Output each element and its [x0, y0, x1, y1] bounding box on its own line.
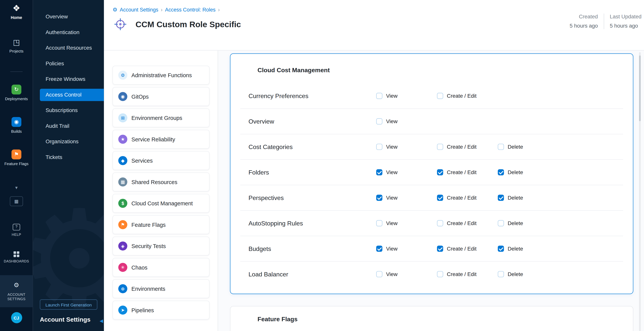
- resource-group-label: Environments: [132, 286, 165, 292]
- checkbox-budgets-create-edit[interactable]: [437, 246, 443, 252]
- module-selector-button[interactable]: ▦: [0, 196, 33, 206]
- checkbox-perspectives-create-edit[interactable]: [437, 194, 443, 201]
- resource-group-label: Environment Groups: [132, 115, 182, 121]
- sidebar-item-authentication[interactable]: Authentication: [40, 26, 104, 38]
- permission-label: Delete: [508, 144, 523, 150]
- checkbox-cost-categories-view[interactable]: [376, 144, 382, 150]
- service-reliability-icon: ★: [118, 135, 128, 144]
- checkbox-autostopping-rules-create-edit[interactable]: [437, 220, 443, 226]
- permission-row-currency-preferences: Currency PreferencesViewCreate / Edit: [240, 83, 623, 109]
- resource-group-feature-flags[interactable]: ⚑Feature Flags: [112, 215, 209, 234]
- nav-home[interactable]: ❖ Home: [0, 3, 33, 20]
- nav-help[interactable]: ? HELP: [0, 224, 33, 237]
- resource-group-pipelines[interactable]: ➤Pipelines: [112, 301, 209, 320]
- environments-icon: ⊕: [118, 284, 128, 293]
- sidebar-item-audit-trail[interactable]: Audit Trail: [40, 120, 104, 132]
- resource-group-label: Services: [132, 158, 153, 164]
- nav-builds[interactable]: ◉Builds: [11, 117, 22, 134]
- permission-label: Create / Edit: [447, 220, 476, 226]
- checkbox-folders-view[interactable]: [376, 169, 382, 175]
- checkbox-budgets-view[interactable]: [376, 246, 382, 252]
- sidebar-item-overview[interactable]: Overview: [40, 11, 104, 23]
- resource-group-label: Cloud Cost Management: [132, 200, 193, 206]
- resource-group-security-tests[interactable]: ◈Security Tests: [112, 236, 209, 256]
- permission-rows: Currency PreferencesViewCreate / EditOve…: [240, 83, 623, 286]
- checkbox-perspectives-view[interactable]: [376, 194, 382, 201]
- resource-group-shared-resources[interactable]: ▦Shared Resources: [112, 172, 209, 192]
- resource-group-label: Chaos: [132, 264, 148, 270]
- permission-folders-create-edit: Create / Edit: [437, 169, 498, 175]
- nav-builds-label: Builds: [11, 129, 22, 134]
- resource-group-label: Administrative Functions: [132, 72, 192, 78]
- resource-group-administrative-functions[interactable]: ⚙Administrative Functions: [112, 66, 209, 85]
- cloud-cost-management-icon: $: [118, 199, 128, 208]
- shared-resources-icon: ▦: [118, 178, 128, 186]
- checkbox-load-balancer-create-edit[interactable]: [437, 271, 443, 277]
- harness-logo-icon: ❖: [13, 3, 20, 13]
- resource-group-environments[interactable]: ⊕Environments: [112, 279, 209, 298]
- nav-feature-flags[interactable]: ⚑Feature Flags: [4, 150, 28, 166]
- nav-deployments[interactable]: ↻Deployments: [5, 85, 28, 102]
- resource-group-chaos[interactable]: ✳Chaos: [112, 258, 209, 277]
- checkbox-load-balancer-view[interactable]: [376, 271, 382, 277]
- card-header: Cloud Cost Management: [240, 64, 623, 75]
- breadcrumb-account-settings[interactable]: Account Settings: [120, 7, 158, 12]
- chevron-down-icon[interactable]: ▾: [0, 185, 33, 190]
- permission-label: Create / Edit: [447, 144, 476, 150]
- projects-icon: ◳: [13, 38, 20, 47]
- nav-dashboards-label: DASHBOARDS: [4, 259, 29, 264]
- sidebar-item-tickets[interactable]: Tickets: [40, 151, 104, 164]
- resource-group-gitops[interactable]: ◉GitOps: [112, 87, 209, 106]
- resource-group-label: GitOps: [132, 94, 149, 100]
- feature-flags-permissions-card: Feature Flags: [230, 306, 634, 331]
- checkbox-currency-preferences-create-edit[interactable]: [437, 93, 443, 99]
- nav-dashboards[interactable]: DASHBOARDS: [0, 251, 33, 264]
- nav-projects[interactable]: ◳ Projects: [0, 38, 33, 54]
- card-title: Feature Flags: [258, 316, 298, 322]
- sidebar-item-freeze-windows[interactable]: Freeze Windows: [40, 73, 104, 86]
- user-menu[interactable]: CJ: [0, 312, 33, 323]
- checkbox-folders-delete[interactable]: [498, 169, 504, 175]
- checkbox-load-balancer-delete[interactable]: [498, 271, 504, 277]
- permission-budgets-view: View: [376, 246, 437, 252]
- breadcrumb-access-control-roles[interactable]: Access Control: Roles: [165, 7, 216, 12]
- resource-group-environment-groups[interactable]: ⊞Environment Groups: [112, 108, 209, 128]
- launch-first-generation-button[interactable]: Launch First Generation: [40, 300, 97, 310]
- sidebar-item-organizations[interactable]: Organizations: [40, 136, 104, 148]
- checkbox-budgets-delete[interactable]: [498, 246, 504, 252]
- permission-overview-view: View: [376, 118, 437, 124]
- permission-label: Delete: [508, 271, 523, 277]
- breadcrumb-separator-icon: ›: [218, 6, 220, 13]
- sidebar-title: Account Settings: [40, 316, 90, 323]
- sidebar-item-subscriptions[interactable]: Subscriptions: [40, 104, 104, 117]
- nav-account-settings[interactable]: ⚙ ACCOUNT SETTINGS: [0, 275, 33, 307]
- permission-row-autostopping-rules: AutoStopping RulesViewCreate / EditDelet…: [240, 211, 623, 236]
- permission-label: View: [386, 220, 398, 226]
- permission-label: Delete: [508, 246, 523, 252]
- checkbox-folders-create-edit[interactable]: [437, 169, 443, 175]
- checkbox-currency-preferences-view[interactable]: [376, 93, 382, 99]
- sidebar-item-policies[interactable]: Policies: [40, 58, 104, 70]
- checkbox-cost-categories-delete[interactable]: [498, 144, 504, 150]
- permission-label: Create / Edit: [447, 194, 476, 201]
- nav-account-settings-label: ACCOUNT SETTINGS: [4, 292, 28, 301]
- cloud-cost-management-icon: [240, 64, 251, 75]
- resource-group-services[interactable]: ◆Services: [112, 151, 209, 170]
- account-settings-icon: ⚙: [112, 6, 117, 13]
- checkbox-overview-view[interactable]: [376, 118, 382, 124]
- checkbox-autostopping-rules-delete[interactable]: [498, 220, 504, 226]
- collapse-sidebar-icon[interactable]: ◀: [100, 318, 103, 324]
- scrollbar-thumb[interactable]: [639, 55, 641, 121]
- resource-group-cloud-cost-management[interactable]: $Cloud Cost Management: [112, 194, 209, 213]
- scrollbar[interactable]: [639, 52, 641, 331]
- sidebar-item-access-control[interactable]: Access Control: [40, 89, 104, 101]
- checkbox-cost-categories-create-edit[interactable]: [437, 144, 443, 150]
- checkbox-autostopping-rules-view[interactable]: [376, 220, 382, 226]
- sidebar-item-account-resources[interactable]: Account Resources: [40, 42, 104, 54]
- last-updated-group: Last Updated 5 hours ago: [610, 14, 642, 29]
- checkbox-perspectives-delete[interactable]: [498, 194, 504, 201]
- resource-group-service-reliability[interactable]: ★Service Reliability: [112, 130, 209, 149]
- permission-autostopping-rules-create-edit: Create / Edit: [437, 220, 498, 226]
- title-row: CCM Custom Role Specific: [114, 18, 241, 30]
- permission-load-balancer-create-edit: Create / Edit: [437, 271, 498, 277]
